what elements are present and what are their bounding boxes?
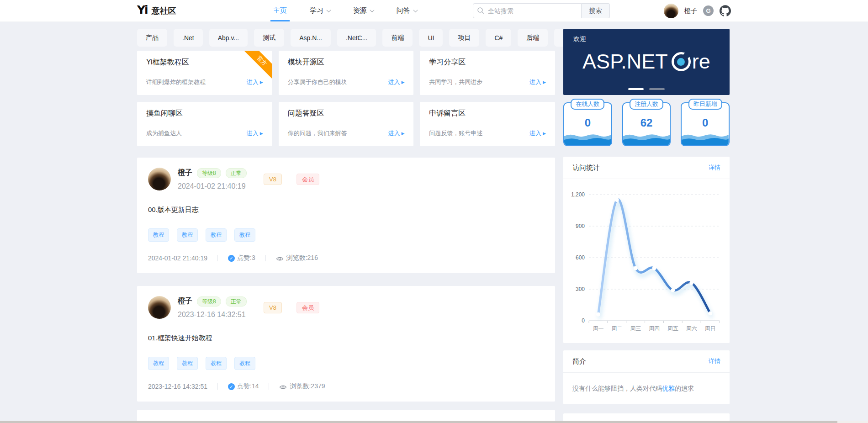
filter-tag[interactable]: Asp.N... — [291, 29, 331, 47]
divider — [217, 255, 218, 261]
enter-link[interactable]: 进入▶ — [247, 129, 263, 137]
filter-tag[interactable]: C# — [486, 29, 511, 47]
section-card-tutorial[interactable]: Yi框架教程区 官方 详细到爆炸的框架教程 进入▶ — [137, 51, 272, 95]
svg-text:300: 300 — [576, 286, 585, 292]
user-name[interactable]: 橙子 — [684, 7, 697, 15]
svg-text:600: 600 — [576, 254, 585, 261]
divider — [265, 255, 266, 261]
section-card-appeal[interactable]: 申诉留言区 问题反馈，账号申述 进入▶ — [420, 102, 555, 146]
filter-tag[interactable]: 测试 — [254, 29, 284, 47]
filter-tag[interactable]: .Net — [174, 29, 203, 47]
post-title[interactable]: 01.框架快速开始教程 — [148, 334, 544, 343]
enter-link[interactable]: 进入▶ — [529, 78, 546, 86]
svg-text:周四: 周四 — [649, 325, 660, 332]
sidebar: 欢迎 ASP.NET re 在线人数 0 注册人数 62 — [563, 29, 730, 423]
play-arrow-icon: ▶ — [260, 80, 263, 85]
chevron-down-icon — [413, 8, 418, 12]
main-content: 产品 .Net Abp.v... 测试 Asp.N... .NetC... 前端… — [137, 29, 555, 423]
post-title[interactable]: 00.版本更新日志 — [148, 206, 544, 214]
carousel-dot[interactable] — [649, 88, 665, 90]
play-arrow-icon: ▶ — [543, 131, 546, 136]
stat-card-new-yesterday: 昨日新增 0 — [681, 102, 730, 146]
menu-item-learn[interactable]: 学习 — [310, 0, 330, 21]
section-card-chat[interactable]: 摸鱼闲聊区 成为捕鱼达人 进入▶ — [137, 102, 272, 146]
gitee-icon[interactable]: G — [703, 5, 714, 16]
enter-link[interactable]: 进入▶ — [388, 78, 404, 86]
stat-card-online: 在线人数 0 — [563, 102, 612, 146]
banner-welcome-text: 欢迎 — [573, 35, 586, 43]
menu-item-resources[interactable]: 资源 — [353, 0, 374, 21]
post-author-avatar[interactable] — [148, 296, 171, 319]
stat-card-registered: 注册人数 62 — [622, 102, 671, 146]
filter-tag[interactable]: UI — [419, 29, 443, 47]
intro-text: 没有什么能够阻挡，人类对代码优雅的追求 — [563, 373, 730, 404]
post-author-avatar[interactable] — [148, 168, 171, 190]
post-item[interactable]: 橙子 等级8 正常 2023-12-16 14:32:51 V8 会员 01.框… — [137, 286, 555, 402]
enter-link[interactable]: 进入▶ — [529, 129, 546, 137]
chevron-down-icon — [326, 8, 331, 12]
divider — [217, 383, 218, 390]
post-item[interactable]: 橙子 等级8 正常 2024-01-02 21:40:19 V8 会员 00.版… — [137, 158, 555, 273]
post-tag[interactable]: 教程 — [234, 357, 255, 370]
post-likes: 点赞:3 — [237, 254, 255, 262]
intro-detail-link[interactable]: 详情 — [709, 357, 720, 365]
visit-chart: 03006009001,200周一周二周三周四周五周六周日 — [563, 179, 730, 341]
github-icon[interactable] — [720, 5, 731, 16]
post-tag[interactable]: 教程 — [234, 228, 255, 242]
post-views: 浏览数:216 — [286, 254, 318, 262]
play-arrow-icon: ▶ — [543, 80, 546, 85]
user-avatar[interactable] — [664, 4, 678, 18]
section-card-sharing[interactable]: 学习分享区 共同学习，共同进步 进入▶ — [420, 51, 555, 95]
section-card-modules[interactable]: 模块开源区 分享属于你自己的模块 进入▶ — [279, 51, 414, 95]
enter-link[interactable]: 进入▶ — [388, 129, 404, 137]
post-datetime: 2023-12-16 14:32:51 — [178, 311, 259, 319]
post-tag[interactable]: 教程 — [148, 357, 169, 370]
tag-filter-bar: 产品 .Net Abp.v... 测试 Asp.N... .NetC... 前端… — [137, 29, 555, 47]
svg-text:900: 900 — [576, 223, 585, 229]
member-badge: 会员 — [296, 302, 319, 313]
status-badge: 正常 — [226, 296, 247, 307]
logo-mark-icon: Yi — [137, 4, 148, 16]
enter-link[interactable]: 进入▶ — [247, 78, 263, 86]
post-tag[interactable]: 教程 — [206, 357, 227, 370]
intro-highlight[interactable]: 优雅 — [662, 385, 675, 392]
svg-text:周一: 周一 — [593, 325, 603, 332]
filter-tag[interactable]: 前端 — [382, 29, 413, 47]
carousel-dot-active[interactable] — [628, 88, 644, 90]
chevron-down-icon — [370, 8, 374, 12]
wave-decoration — [564, 130, 611, 145]
carousel-indicators — [563, 88, 730, 90]
views-eye-icon — [276, 255, 284, 262]
filter-tag[interactable]: .NetC... — [337, 29, 376, 47]
divider — [269, 383, 269, 390]
menu-item-home[interactable]: 主页 — [273, 0, 287, 21]
intro-panel: 简介 详情 没有什么能够阻挡，人类对代码优雅的追求 — [563, 350, 730, 404]
filter-tag[interactable]: 产品 — [137, 29, 167, 47]
filter-tag[interactable]: 后端 — [518, 29, 548, 47]
like-icon — [228, 383, 235, 390]
intro-title: 简介 — [572, 357, 586, 366]
site-logo[interactable]: Yi 意社区 — [137, 5, 176, 16]
filter-tag[interactable]: Abp.v... — [209, 29, 248, 47]
svg-text:周六: 周六 — [686, 325, 697, 332]
section-card-qa[interactable]: 问题答疑区 你的问题，我们来解答 进入▶ — [279, 102, 414, 146]
section-cards: Yi框架教程区 官方 详细到爆炸的框架教程 进入▶ 模块开源区 分享属于你自己的… — [137, 51, 555, 146]
vip-badge: V8 — [264, 174, 282, 185]
post-tag[interactable]: 教程 — [177, 228, 198, 242]
welcome-banner[interactable]: 欢迎 ASP.NET re — [563, 29, 730, 95]
visit-stats-detail-link[interactable]: 详情 — [709, 164, 720, 172]
search-input[interactable] — [473, 3, 582, 18]
post-tag[interactable]: 教程 — [148, 228, 169, 242]
search-button[interactable]: 搜索 — [582, 3, 610, 18]
filter-tag[interactable]: 项目 — [449, 29, 479, 47]
views-eye-icon — [279, 384, 287, 391]
menu-item-qa[interactable]: 问答 — [397, 0, 417, 21]
scrollbar-thumb[interactable] — [0, 421, 837, 423]
main-menu: 主页 学习 资源 问答 — [273, 0, 417, 21]
post-tag[interactable]: 教程 — [177, 357, 198, 370]
post-author-name: 橙子 — [178, 168, 192, 178]
post-tag[interactable]: 教程 — [206, 228, 227, 242]
search-icon — [477, 7, 484, 14]
post-footer-date: 2024-01-02 21:40:19 — [148, 254, 207, 262]
site-title: 意社区 — [152, 5, 176, 16]
